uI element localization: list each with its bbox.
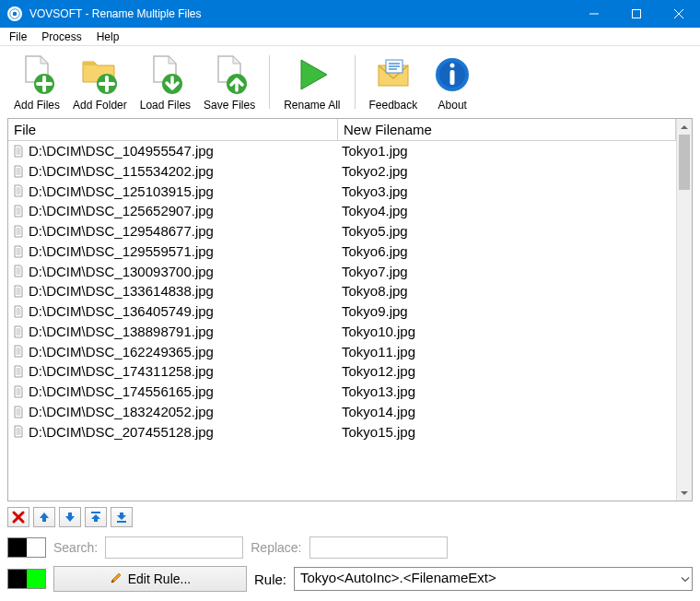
document-icon: [12, 425, 25, 438]
document-icon: [12, 365, 25, 378]
file-path: D:\DCIM\DSC_130093700.jpg: [29, 262, 214, 282]
table-row[interactable]: D:\DCIM\DSC_138898791.jpgTokyo10.jpg: [8, 322, 676, 342]
menu-process[interactable]: Process: [34, 29, 88, 45]
cell-new-filename: Tokyo10.jpg: [338, 322, 676, 342]
edit-rule-label: Edit Rule...: [128, 572, 191, 586]
cell-new-filename: Tokyo3.jpg: [338, 182, 676, 202]
cell-new-filename: Tokyo6.jpg: [338, 242, 676, 262]
move-bottom-button[interactable]: [111, 507, 133, 527]
cell-new-filename: Tokyo8.jpg: [338, 281, 676, 301]
titlebar: VOVSOFT - Rename Multiple Files: [0, 0, 700, 28]
delete-button[interactable]: [7, 507, 29, 527]
cell-new-filename: Tokyo12.jpg: [338, 361, 676, 382]
file-path: D:\DCIM\DSC_125652907.jpg: [29, 201, 214, 221]
table-row[interactable]: D:\DCIM\DSC_162249365.jpgTokyo11.jpg: [8, 342, 676, 362]
list-body[interactable]: D:\DCIM\DSC_104955547.jpgTokyo1.jpgD:\DC…: [8, 141, 676, 501]
table-row[interactable]: D:\DCIM\DSC_125652907.jpgTokyo4.jpg: [8, 201, 676, 221]
table-row[interactable]: D:\DCIM\DSC_174311258.jpgTokyo12.jpg: [8, 361, 676, 382]
search-color-swatch[interactable]: [7, 537, 46, 558]
file-path: D:\DCIM\DSC_129559571.jpg: [29, 242, 214, 262]
menu-help[interactable]: Help: [89, 29, 127, 45]
about-label: About: [438, 99, 467, 112]
svg-point-21: [450, 64, 455, 68]
cell-new-filename: Tokyo2.jpg: [338, 161, 676, 182]
file-path: D:\DCIM\DSC_138898791.jpg: [29, 322, 214, 342]
close-button[interactable]: [658, 0, 700, 28]
file-path: D:\DCIM\DSC_115534202.jpg: [29, 161, 214, 182]
file-path: D:\DCIM\DSC_129548677.jpg: [29, 221, 214, 242]
minimize-button[interactable]: [573, 0, 615, 28]
scroll-thumb[interactable]: [679, 135, 690, 190]
feedback-button[interactable]: Feedback: [363, 50, 425, 114]
save-files-button[interactable]: Save Files: [197, 50, 262, 114]
cell-new-filename: Tokyo1.jpg: [338, 141, 676, 161]
table-row[interactable]: D:\DCIM\DSC_115534202.jpgTokyo2.jpg: [8, 161, 676, 182]
scroll-track[interactable]: [677, 135, 692, 485]
chevron-down-icon: [681, 572, 690, 587]
move-down-button[interactable]: [59, 507, 81, 527]
add-files-button[interactable]: Add Files: [7, 50, 66, 114]
cell-file: D:\DCIM\DSC_207455128.jpg: [8, 422, 338, 442]
cell-new-filename: Tokyo15.jpg: [338, 422, 676, 442]
svg-point-1: [13, 12, 18, 17]
rule-color-swatch[interactable]: [7, 569, 46, 589]
table-row[interactable]: D:\DCIM\DSC_129548677.jpgTokyo5.jpg: [8, 221, 676, 242]
table-row[interactable]: D:\DCIM\DSC_133614838.jpgTokyo8.jpg: [8, 281, 676, 301]
header-new[interactable]: New Filename: [338, 119, 676, 140]
file-path: D:\DCIM\DSC_104955547.jpg: [29, 141, 214, 161]
file-path: D:\DCIM\DSC_183242052.jpg: [29, 402, 214, 422]
file-path: D:\DCIM\DSC_174311258.jpg: [29, 361, 214, 382]
window-title: VOVSOFT - Rename Multiple Files: [29, 7, 573, 20]
move-up-button[interactable]: [33, 507, 55, 527]
maximize-button[interactable]: [615, 0, 658, 28]
toolbar-separator: [269, 55, 270, 109]
menubar: File Process Help: [0, 28, 700, 46]
scroll-up-button[interactable]: [677, 119, 692, 135]
table-row[interactable]: D:\DCIM\DSC_207455128.jpgTokyo15.jpg: [8, 422, 676, 442]
save-files-label: Save Files: [204, 99, 255, 112]
cell-file: D:\DCIM\DSC_104955547.jpg: [8, 141, 338, 161]
table-row[interactable]: D:\DCIM\DSC_174556165.jpgTokyo13.jpg: [8, 382, 676, 402]
rename-all-button[interactable]: Rename All: [277, 50, 346, 114]
cell-file: D:\DCIM\DSC_174311258.jpg: [8, 361, 338, 382]
header-file[interactable]: File: [8, 119, 338, 140]
edit-rule-button[interactable]: Edit Rule...: [53, 566, 247, 592]
add-folder-button[interactable]: Add Folder: [66, 50, 134, 114]
replace-input[interactable]: [309, 536, 448, 559]
svg-rect-22: [450, 70, 455, 85]
rule-value: Tokyo<AutoInc>.<FilenameExt>: [300, 570, 496, 585]
table-row[interactable]: D:\DCIM\DSC_183242052.jpgTokyo14.jpg: [8, 402, 676, 422]
document-icon: [12, 285, 25, 298]
replace-label: Replace:: [251, 540, 301, 555]
table-row[interactable]: D:\DCIM\DSC_125103915.jpgTokyo3.jpg: [8, 182, 676, 202]
file-path: D:\DCIM\DSC_125103915.jpg: [29, 182, 214, 202]
toolbar: Add Files Add Folder Load Files: [0, 46, 700, 116]
list-header: File New Filename: [8, 119, 676, 141]
cell-new-filename: Tokyo5.jpg: [338, 221, 676, 242]
document-icon: [12, 245, 25, 258]
table-row[interactable]: D:\DCIM\DSC_136405749.jpgTokyo9.jpg: [8, 301, 676, 322]
cell-new-filename: Tokyo13.jpg: [338, 382, 676, 402]
about-button[interactable]: About: [424, 50, 481, 114]
cell-file: D:\DCIM\DSC_130093700.jpg: [8, 262, 338, 282]
menu-file[interactable]: File: [2, 29, 34, 45]
document-icon: [12, 406, 25, 418]
table-row[interactable]: D:\DCIM\DSC_130093700.jpgTokyo7.jpg: [8, 262, 676, 282]
search-row: Search: Replace:: [0, 533, 700, 562]
rule-combobox[interactable]: Tokyo<AutoInc>.<FilenameExt>: [294, 567, 693, 591]
rule-label: Rule:: [254, 572, 286, 587]
document-icon: [12, 385, 25, 398]
cell-new-filename: Tokyo9.jpg: [338, 301, 676, 322]
scrollbar[interactable]: [676, 119, 692, 501]
table-row[interactable]: D:\DCIM\DSC_104955547.jpgTokyo1.jpg: [8, 141, 676, 161]
cell-new-filename: Tokyo7.jpg: [338, 262, 676, 282]
document-icon: [12, 225, 25, 238]
file-path: D:\DCIM\DSC_133614838.jpg: [29, 281, 214, 301]
load-files-button[interactable]: Load Files: [134, 50, 197, 114]
file-path: D:\DCIM\DSC_162249365.jpg: [29, 342, 214, 362]
rename-all-label: Rename All: [284, 99, 340, 112]
move-top-button[interactable]: [85, 507, 107, 527]
table-row[interactable]: D:\DCIM\DSC_129559571.jpgTokyo6.jpg: [8, 242, 676, 262]
search-input[interactable]: [105, 536, 243, 559]
scroll-down-button[interactable]: [677, 485, 692, 501]
